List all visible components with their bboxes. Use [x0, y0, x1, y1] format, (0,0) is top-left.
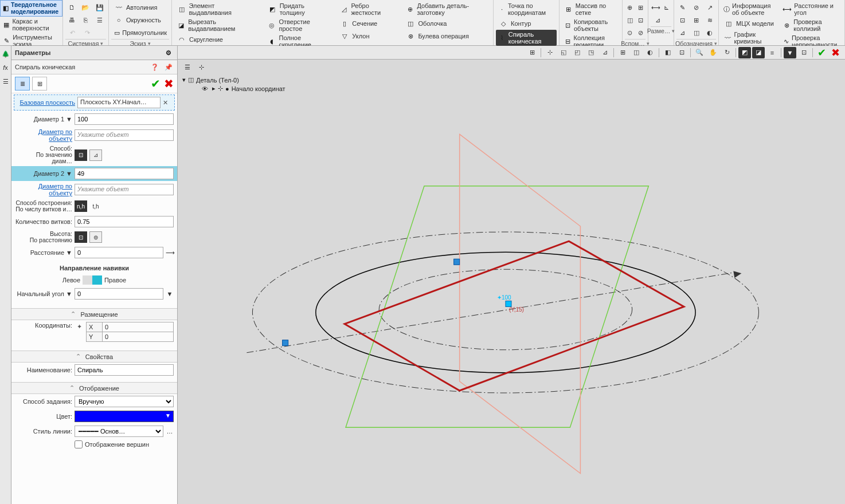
- mode2-toggle[interactable]: ⊞: [32, 77, 47, 90]
- build-nh[interactable]: n,h: [75, 200, 87, 212]
- d1-input[interactable]: [75, 113, 174, 125]
- line-style-more[interactable]: …: [166, 428, 174, 435]
- viewport[interactable]: ⊞ ⊹ ◱ ◰ ◳ ⊿ ⊞ ◫ ◐ ◧ ⊡ 🔍 ✋ ↻ ◩ ◪ ≡ ▼ ⊡: [178, 46, 845, 504]
- start-angle-input[interactable]: [75, 288, 163, 300]
- point-coord-button[interactable]: ∙Точка по координатам: [496, 1, 557, 17]
- extrude-button[interactable]: ◫Элемент выдавливания: [174, 1, 259, 17]
- dim1-button[interactable]: ⟷: [651, 1, 660, 14]
- properties-button[interactable]: ☰: [93, 14, 106, 26]
- show-verts-checkbox[interactable]: [75, 440, 83, 448]
- d2-dropdown[interactable]: ▼: [66, 170, 72, 177]
- mcx-button[interactable]: ◫МЦХ модели: [721, 17, 777, 30]
- contour-button[interactable]: ◇Контур: [496, 17, 557, 30]
- vt-rotate-icon[interactable]: ↻: [721, 47, 733, 58]
- curv-graph-button[interactable]: 〰График кривизны: [721, 30, 777, 46]
- aux4-button[interactable]: ⊡: [636, 14, 646, 26]
- cut-extrude-button[interactable]: ◪Вырезать выдавливанием: [174, 17, 259, 33]
- base-plane-field[interactable]: Плоскость XY.Начал…: [77, 97, 161, 108]
- vt-zoom-icon[interactable]: 🔍: [693, 47, 706, 58]
- dist-angle-button[interactable]: ⟷Расстояние и угол: [780, 1, 843, 17]
- method-opt1[interactable]: ⊡: [75, 149, 87, 161]
- x-value[interactable]: 0: [103, 322, 173, 332]
- obj-info-button[interactable]: ⓘИнформация об объекте: [721, 1, 777, 17]
- vt-pan-icon[interactable]: ✋: [707, 47, 719, 58]
- gear-icon[interactable]: ⚙: [163, 48, 174, 58]
- mode1-toggle[interactable]: ≣: [15, 77, 30, 90]
- an1-button[interactable]: ✎: [676, 1, 689, 14]
- help-icon[interactable]: ❓: [150, 62, 160, 72]
- group-dim-label[interactable]: Разме…: [651, 26, 671, 34]
- angle-dropdown-r[interactable]: ▼: [166, 290, 174, 297]
- props-header[interactable]: Свойства: [11, 351, 177, 363]
- vt-cancel-button[interactable]: ✖: [829, 47, 842, 58]
- d2-input[interactable]: [75, 168, 174, 179]
- shell-button[interactable]: ◫Оболочка: [403, 17, 491, 30]
- aux1-button[interactable]: ⊕: [625, 1, 635, 14]
- aux3-button[interactable]: ◫: [625, 14, 635, 26]
- vt-layers-icon[interactable]: ≡: [766, 47, 779, 58]
- an7-button[interactable]: ⊿: [676, 26, 689, 39]
- pin-panel-icon[interactable]: 📌: [163, 62, 174, 72]
- vt-cs-icon[interactable]: ⊿: [598, 47, 611, 58]
- circle-button[interactable]: ○Окружность: [111, 14, 169, 26]
- new-file-button[interactable]: 🗋: [65, 1, 78, 14]
- an4-button[interactable]: ⊡: [676, 14, 689, 26]
- direction-switch[interactable]: [83, 275, 102, 285]
- vt-select-icon[interactable]: ⊡: [797, 47, 810, 58]
- line-style-select[interactable]: ━━━━━ Основ…: [75, 426, 163, 437]
- save-button[interactable]: 💾: [93, 1, 106, 14]
- clear-base-plane[interactable]: ✕: [163, 99, 171, 107]
- height-opt2[interactable]: ⊚: [89, 231, 102, 243]
- vt-snap1-icon[interactable]: ◩: [738, 47, 751, 58]
- tree-tab[interactable]: 🌲: [1, 49, 10, 58]
- undo-button[interactable]: ↶: [65, 26, 79, 39]
- vt-ok-button[interactable]: ✔: [815, 47, 828, 58]
- d1-dropdown[interactable]: ▼: [66, 116, 72, 123]
- d-by-obj-field-1[interactable]: Укажите объект: [75, 129, 174, 141]
- copy-obj-button[interactable]: ⊡Копировать объекты: [562, 17, 620, 33]
- section-button[interactable]: ▯Сечение: [337, 17, 397, 30]
- vt-snap2-icon[interactable]: ◪: [752, 47, 765, 58]
- redo-button[interactable]: ↷: [80, 26, 94, 39]
- mode-surface[interactable]: ▦Каркас и поверхности: [0, 17, 62, 33]
- vt-grid-icon[interactable]: ⊞: [526, 47, 538, 58]
- vt-shade-icon[interactable]: ◐: [644, 47, 656, 58]
- an6-button[interactable]: ≋: [703, 14, 716, 26]
- aux6-button[interactable]: ⊘: [636, 26, 646, 39]
- apply-button[interactable]: ✔: [151, 77, 161, 90]
- vt-tess-icon[interactable]: ⊞: [616, 47, 629, 58]
- d-by-obj-link-2[interactable]: Диаметр по объекту: [38, 183, 72, 196]
- rib-button[interactable]: ◿Ребро жесткости: [337, 1, 397, 17]
- an5-button[interactable]: ⊞: [690, 14, 703, 26]
- grid-array-button[interactable]: ⊞Массив по сетке: [562, 1, 620, 17]
- angle-dropdown-l[interactable]: ▼: [66, 290, 72, 297]
- height-opt1[interactable]: ⊡: [75, 231, 87, 243]
- vt-plane1-icon[interactable]: ◱: [557, 47, 570, 58]
- hole-button[interactable]: ◎Отверстие простое: [265, 17, 331, 33]
- bool-button[interactable]: ⊗Булева операция: [403, 30, 491, 42]
- copy-button[interactable]: ⎘: [79, 14, 92, 26]
- aux2-button[interactable]: ⊞: [636, 1, 646, 14]
- fillet-button[interactable]: ◠Скругление: [174, 33, 259, 46]
- name-input[interactable]: [75, 364, 174, 376]
- vt-view-icon[interactable]: ⊡: [675, 47, 688, 58]
- build-th[interactable]: t,h: [89, 200, 102, 212]
- method-opt2[interactable]: ⊿: [89, 149, 102, 161]
- flip-direction[interactable]: ⟶: [166, 249, 174, 257]
- vt-cube-icon[interactable]: ◧: [662, 47, 674, 58]
- rect-button[interactable]: ▭Прямоугольник: [111, 26, 169, 39]
- y-value[interactable]: 0: [103, 332, 173, 341]
- aux5-button[interactable]: ⊙: [625, 26, 635, 39]
- draft-button[interactable]: ▽Уклон: [337, 30, 397, 42]
- fx-tab[interactable]: fx: [1, 63, 10, 72]
- add-part-button[interactable]: ⊕Добавить деталь-заготовку: [403, 1, 491, 17]
- set-method-select[interactable]: Вручную: [75, 396, 174, 407]
- menu-tab[interactable]: ☰: [1, 77, 10, 86]
- dim3-button[interactable]: ⊿: [651, 14, 664, 26]
- distance-dropdown[interactable]: ▼: [66, 249, 72, 256]
- placement-header[interactable]: Размещение: [11, 308, 177, 320]
- pin-icon[interactable]: ✦: [75, 322, 84, 330]
- display-header[interactable]: Отображение: [11, 382, 177, 394]
- d-by-obj-field-2[interactable]: Укажите объект: [75, 184, 174, 195]
- spiral-button[interactable]: ⌇Спираль коническая: [496, 30, 557, 46]
